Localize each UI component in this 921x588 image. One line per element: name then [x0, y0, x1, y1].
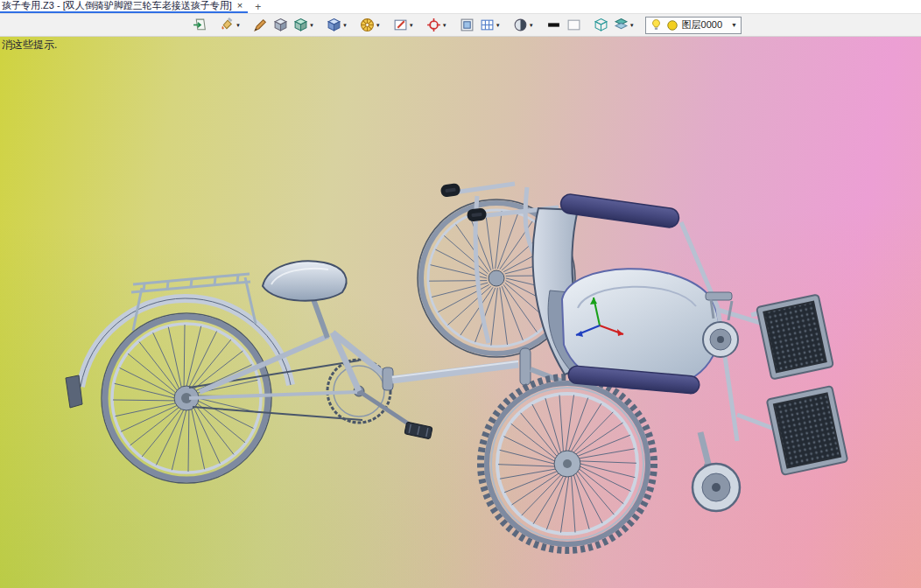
layer-color-swatch[interactable]: [666, 19, 678, 32]
render-preview-icon[interactable]: ▼: [511, 16, 536, 35]
close-tab-icon[interactable]: ×: [237, 1, 243, 10]
color-wheel-icon[interactable]: ▼: [358, 16, 383, 35]
document-tab-title: 孩子专用.Z3 - [双人倒骑驴脚蹬三轮车老接送孩子专用]: [2, 0, 232, 12]
chevron-down-icon[interactable]: ▼: [496, 23, 501, 28]
new-tab-button[interactable]: +: [248, 0, 268, 13]
chevron-down-icon[interactable]: ▼: [409, 23, 414, 28]
layer-name-label: 图层0000: [682, 18, 722, 32]
chevron-down-icon[interactable]: ▼: [529, 23, 534, 28]
export-image-icon[interactable]: [191, 16, 209, 35]
wireframe-display-icon[interactable]: [592, 16, 610, 35]
grid-snap-icon[interactable]: ▼: [478, 16, 503, 35]
tab-bar: 孩子专用.Z3 - [双人倒骑驴脚蹬三轮车老接送孩子专用] × +: [0, 0, 921, 14]
display-toolbar: ▼ ▼ ▼ ▼ ▼ ▼ ▼ ▼: [0, 14, 921, 37]
tricycle-wheelchair-model: [0, 37, 921, 588]
line-width-icon[interactable]: [545, 16, 563, 35]
chevron-down-icon[interactable]: ▼: [629, 23, 635, 28]
shaded-cube-icon[interactable]: [271, 16, 290, 35]
chevron-down-icon[interactable]: ▼: [376, 23, 381, 28]
chevron-down-icon[interactable]: ▼: [236, 23, 241, 28]
layer-selector[interactable]: 图层0000 ▼: [645, 17, 742, 34]
document-tab[interactable]: 孩子专用.Z3 - [双人倒骑驴脚蹬三轮车老接送孩子专用] ×: [0, 0, 248, 13]
layer-dropdown-icon[interactable]: ▼: [731, 22, 737, 28]
footrest-upper: [756, 294, 833, 379]
chevron-down-icon[interactable]: ▼: [309, 23, 314, 28]
chevron-down-icon[interactable]: ▼: [342, 23, 348, 28]
sketch-icon[interactable]: ▼: [391, 16, 416, 35]
wheelchair-main-wheel: [481, 377, 654, 550]
bike-drivetrain: [189, 360, 432, 439]
bike-wheel: [102, 313, 271, 483]
armrest-top-cushion: [559, 193, 680, 229]
display-mode-icon[interactable]: ▼: [292, 16, 316, 35]
bulb-icon[interactable]: [650, 18, 663, 32]
tow-bar: [392, 348, 562, 385]
paint-bucket-icon[interactable]: ▼: [218, 16, 243, 35]
3d-viewport[interactable]: 消这些提示.: [0, 37, 921, 588]
layers-icon[interactable]: ▼: [612, 16, 636, 35]
background-color-icon[interactable]: [565, 16, 583, 35]
entity-shade-icon[interactable]: ▼: [325, 16, 349, 35]
pen-color-icon[interactable]: [251, 16, 270, 35]
caster-lower: [693, 432, 740, 511]
bike-saddle: [263, 261, 347, 300]
footrest-lower: [767, 386, 848, 475]
chevron-down-icon[interactable]: ▼: [442, 23, 447, 28]
point-style-icon[interactable]: ▼: [425, 16, 449, 35]
image-frame-icon[interactable]: [458, 16, 476, 35]
